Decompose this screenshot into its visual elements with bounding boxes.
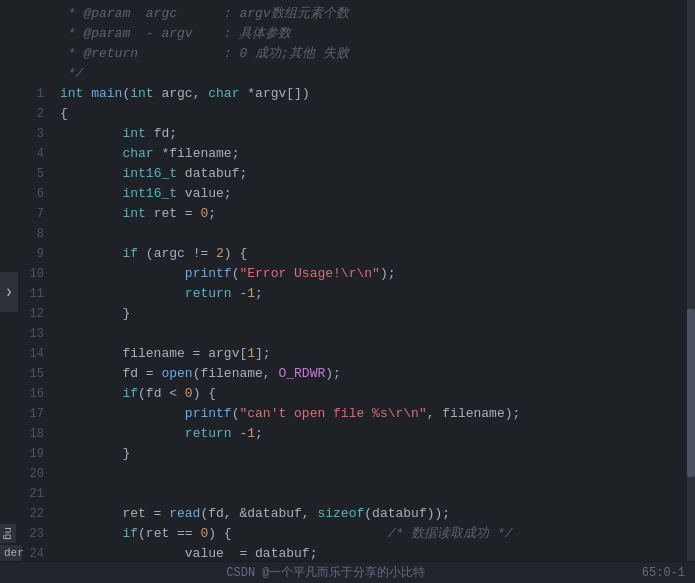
line-content: { — [56, 104, 695, 124]
line-content: fd = open(filename, O_RDWR); — [56, 364, 695, 384]
line-number — [28, 44, 56, 64]
line-number: 13 — [28, 324, 56, 344]
line-content: char *filename; — [56, 144, 695, 164]
table-row: 20 — [20, 464, 695, 484]
line-number: 14 — [28, 344, 56, 364]
code-token: - — [232, 426, 248, 441]
code-token: char — [208, 86, 239, 101]
code-token: } — [60, 306, 130, 321]
code-token — [60, 246, 122, 261]
line-number: 5 — [28, 164, 56, 184]
bottom-label[interactable]: der — [0, 545, 22, 561]
table-row: 23 if(ret == 0) { /* 数据读取成功 */ — [20, 524, 695, 544]
line-content: } — [56, 304, 695, 324]
table-row: 13 — [20, 324, 695, 344]
line-content: } — [56, 444, 695, 464]
line-number: 4 — [28, 144, 56, 164]
code-token — [60, 286, 185, 301]
line-content — [56, 484, 695, 504]
code-token: if — [122, 246, 138, 261]
code-token: ]; — [255, 346, 271, 361]
code-token: ; — [255, 286, 263, 301]
code-token: int16_t — [122, 166, 177, 181]
line-number: 23 — [28, 524, 56, 544]
line-content: return -1; — [56, 424, 695, 444]
code-token: 1 — [247, 346, 255, 361]
line-number: 18 — [28, 424, 56, 444]
line-number: 12 — [28, 304, 56, 324]
line-content: * @param argc : argv数组元素个数 — [56, 4, 695, 24]
code-area: * @param argc : argv数组元素个数 * @param - ar… — [0, 0, 695, 561]
code-token: if — [122, 526, 138, 541]
code-token — [60, 426, 185, 441]
line-content: int16_t databuf; — [56, 164, 695, 184]
code-token: if — [122, 386, 138, 401]
code-token: ; — [208, 206, 216, 221]
table-row: 10 printf("Error Usage!\r\n"); — [20, 264, 695, 284]
code-token: return — [185, 286, 232, 301]
table-row: 15 fd = open(filename, O_RDWR); — [20, 364, 695, 384]
line-content: value = databuf; — [56, 544, 695, 561]
code-token: "Error Usage!\r\n" — [239, 266, 379, 281]
table-row: 1int main(int argc, char *argv[]) — [20, 84, 695, 104]
table-row: 4 char *filename; — [20, 144, 695, 164]
code-token — [60, 146, 122, 161]
line-content: return -1; — [56, 284, 695, 304]
line-number: 2 — [28, 104, 56, 124]
table-row: 16 if(fd < 0) { — [20, 384, 695, 404]
code-token: char — [122, 146, 153, 161]
code-token: sizeof — [317, 506, 364, 521]
table-row: 11 return -1; — [20, 284, 695, 304]
scrollbar-thumb[interactable] — [687, 309, 695, 477]
code-token: 1 — [247, 286, 255, 301]
code-token: *argv[]) — [239, 86, 309, 101]
scrollbar-track[interactable] — [687, 0, 695, 561]
code-token: value; — [177, 186, 232, 201]
table-row: 7 int ret = 0; — [20, 204, 695, 224]
code-token: * @return : 0 成功;其他 失败 — [60, 46, 349, 61]
code-token: ret = — [146, 206, 201, 221]
table-row: 21 — [20, 484, 695, 504]
line-number — [28, 4, 56, 24]
code-token: O_RDWR — [278, 366, 325, 381]
table-row: 18 return -1; — [20, 424, 695, 444]
line-content: * @param - argv : 具体参数 — [56, 24, 695, 44]
code-token: } — [60, 446, 130, 461]
code-token — [60, 126, 122, 141]
line-number: 20 — [28, 464, 56, 484]
code-token: (ret == — [138, 526, 200, 541]
code-token — [60, 166, 122, 181]
table-row: 2{ — [20, 104, 695, 124]
table-row: 24 value = databuf; — [20, 544, 695, 561]
line-number: 1 — [28, 84, 56, 104]
code-token — [60, 206, 122, 221]
line-content: int fd; — [56, 124, 695, 144]
line-content: int16_t value; — [56, 184, 695, 204]
line-content: printf("can't open file %s\r\n", filenam… — [56, 404, 695, 424]
line-content: printf("Error Usage!\r\n"); — [56, 264, 695, 284]
code-token — [60, 186, 122, 201]
table-row: 17 printf("can't open file %s\r\n", file… — [20, 404, 695, 424]
status-right: 65:0-1 — [642, 566, 685, 580]
line-number: 19 — [28, 444, 56, 464]
code-token: (databuf)); — [364, 506, 450, 521]
table-row: 9 if (argc != 2) { — [20, 244, 695, 264]
line-number: 21 — [28, 484, 56, 504]
line-content: if(fd < 0) { — [56, 384, 695, 404]
table-row: 12 } — [20, 304, 695, 324]
code-token: 1 — [247, 426, 255, 441]
code-token — [60, 266, 185, 281]
code-token: 2 — [216, 246, 224, 261]
code-token: printf — [185, 266, 232, 281]
code-token: (argc != — [138, 246, 216, 261]
line-number — [28, 64, 56, 84]
line-number: 7 — [28, 204, 56, 224]
code-token: value = databuf; — [60, 546, 317, 561]
line-content: filename = argv[1]; — [56, 344, 695, 364]
code-token: int — [122, 126, 145, 141]
code-token — [60, 386, 122, 401]
code-token: "can't open file %s\r\n" — [239, 406, 426, 421]
table-row: 3 int fd; — [20, 124, 695, 144]
code-token: - — [232, 286, 248, 301]
code-token: ) { — [224, 246, 247, 261]
